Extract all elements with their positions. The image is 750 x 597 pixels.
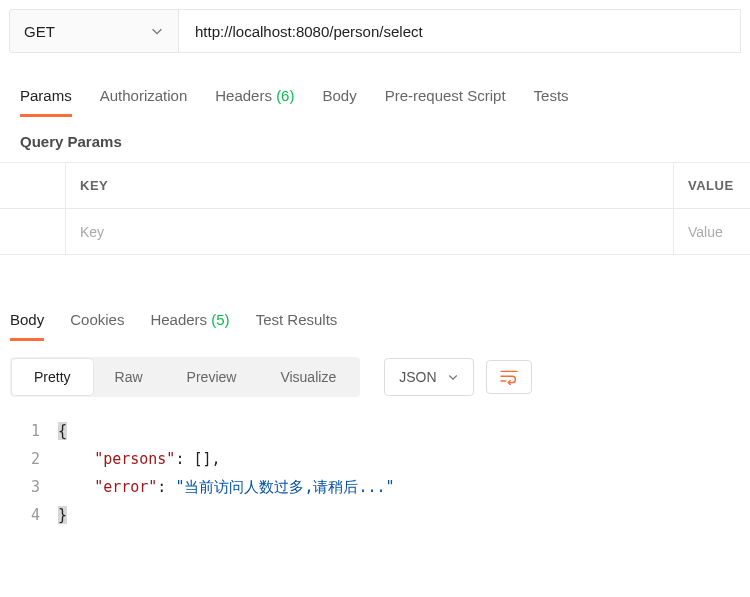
view-preview-button[interactable]: Preview bbox=[165, 359, 259, 395]
view-pretty-button[interactable]: Pretty bbox=[12, 359, 93, 395]
request-tabs: Params Authorization Headers (6) Body Pr… bbox=[0, 81, 750, 117]
query-params-table: KEY VALUE Key Value bbox=[0, 162, 750, 255]
request-url-input[interactable] bbox=[179, 9, 741, 53]
view-visualize-button[interactable]: Visualize bbox=[258, 359, 358, 395]
param-value-input[interactable]: Value bbox=[674, 209, 750, 254]
tab-params[interactable]: Params bbox=[20, 81, 72, 117]
query-params-input-row[interactable]: Key Value bbox=[0, 209, 750, 255]
wrap-lines-button[interactable] bbox=[486, 360, 532, 394]
http-method-select[interactable]: GET bbox=[9, 9, 179, 53]
code-line-3: 3 "error": "当前访问人数过多,请稍后..." bbox=[10, 473, 740, 501]
query-params-header-row: KEY VALUE bbox=[0, 163, 750, 209]
tab-body[interactable]: Body bbox=[322, 81, 356, 117]
format-select[interactable]: JSON bbox=[384, 358, 473, 396]
tab-tests[interactable]: Tests bbox=[534, 81, 569, 117]
param-key-input[interactable]: Key bbox=[66, 209, 674, 254]
key-column-header: KEY bbox=[66, 163, 674, 208]
chevron-down-icon bbox=[150, 24, 164, 38]
tab-headers-label: Headers bbox=[215, 87, 272, 104]
query-params-title: Query Params bbox=[0, 117, 750, 162]
param-checkbox-cell bbox=[0, 209, 66, 254]
line-number: 1 bbox=[10, 417, 58, 445]
response-body-code[interactable]: 1 { 2 "persons": [], 3 "error": "当前访问人数过… bbox=[0, 403, 750, 539]
tab-headers-count: (6) bbox=[276, 87, 294, 104]
chevron-down-icon bbox=[447, 371, 459, 383]
value-column-header: VALUE bbox=[674, 163, 750, 208]
line-number: 4 bbox=[10, 501, 58, 529]
code-line-2: 2 "persons": [], bbox=[10, 445, 740, 473]
wrap-icon bbox=[499, 369, 519, 385]
response-body-toolbar: Pretty Raw Preview Visualize JSON bbox=[0, 341, 750, 403]
code-line-1: 1 { bbox=[10, 417, 740, 445]
tab-response-headers[interactable]: Headers (5) bbox=[150, 305, 229, 341]
tab-authorization[interactable]: Authorization bbox=[100, 81, 188, 117]
response-tabs: Body Cookies Headers (5) Test Results bbox=[0, 305, 750, 341]
tab-response-headers-label: Headers bbox=[150, 311, 207, 328]
format-value: JSON bbox=[399, 369, 436, 385]
http-method-value: GET bbox=[24, 23, 55, 40]
tab-headers[interactable]: Headers (6) bbox=[215, 81, 294, 117]
view-raw-button[interactable]: Raw bbox=[93, 359, 165, 395]
line-number: 2 bbox=[10, 445, 58, 473]
line-number: 3 bbox=[10, 473, 58, 501]
tab-prerequest[interactable]: Pre-request Script bbox=[385, 81, 506, 117]
view-mode-group: Pretty Raw Preview Visualize bbox=[10, 357, 360, 397]
tab-test-results[interactable]: Test Results bbox=[256, 305, 338, 341]
tab-response-headers-count: (5) bbox=[211, 311, 229, 328]
code-line-4: 4 } bbox=[10, 501, 740, 529]
tab-response-cookies[interactable]: Cookies bbox=[70, 305, 124, 341]
tab-response-body[interactable]: Body bbox=[10, 305, 44, 341]
param-checkbox-header bbox=[0, 163, 66, 208]
